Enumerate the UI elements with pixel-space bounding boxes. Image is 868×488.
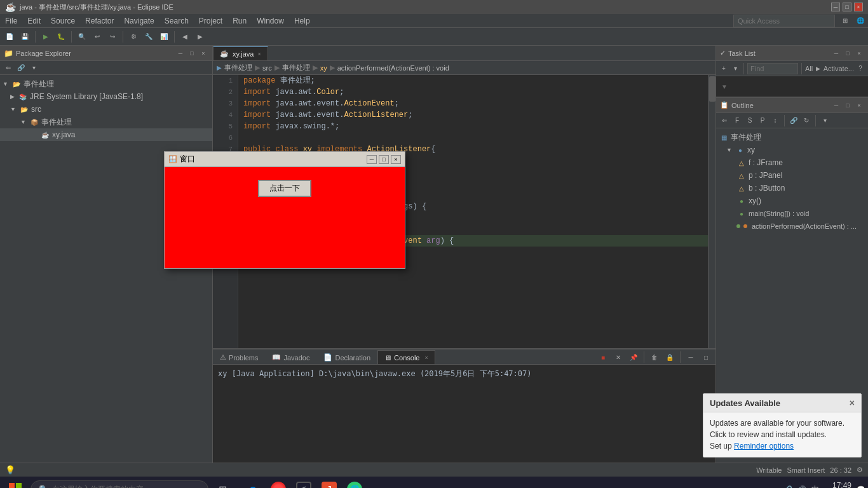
save-btn[interactable]: 💾 [18, 30, 32, 44]
taskbar-edge-app[interactable]: e [241, 478, 264, 488]
click-button[interactable]: 点击一下 [258, 180, 311, 197]
float-restore-btn[interactable]: □ [379, 155, 389, 164]
outline-link-btn[interactable]: 🔗 [788, 115, 799, 126]
start-button[interactable] [3, 478, 28, 488]
pkg-minimize-btn[interactable]: ─ [175, 48, 186, 58]
outline-item-f[interactable]: △ f : JFrame [716, 156, 868, 169]
tool1-btn[interactable]: ⚙ [126, 30, 140, 44]
search-btn[interactable]: 🔍 [75, 30, 89, 44]
forward-btn[interactable]: ▶ [193, 30, 207, 44]
bottom-content[interactable]: xy [Java Application] D:\java\bin\javaw.… [213, 365, 715, 463]
task-close-btn[interactable]: × [854, 48, 864, 58]
tree-item-jre[interactable]: ▶ 📚 JRE System Library [JavaSE-1.8] [0, 90, 212, 103]
menu-run[interactable]: Run [227, 14, 252, 28]
eclipse-logo-btn[interactable]: 🌐 [853, 14, 868, 28]
menu-navigate[interactable]: Navigate [119, 14, 159, 28]
outline-sync-btn[interactable]: ↻ [801, 115, 812, 126]
outline-item-main[interactable]: ● main(String[]) : void [716, 207, 868, 220]
menu-source[interactable]: Source [46, 14, 80, 28]
pkg-view-menu-btn[interactable]: ▾ [28, 62, 39, 74]
outline-item-p[interactable]: △ p : JPanel [716, 169, 868, 182]
task-maximize-btn[interactable]: □ [843, 48, 853, 58]
task-all-label[interactable]: All [805, 65, 813, 72]
tool2-btn[interactable]: 🔧 [142, 30, 156, 44]
quick-access-input[interactable] [733, 15, 835, 27]
tool3-btn[interactable]: 📊 [157, 30, 171, 44]
task-info-btn[interactable]: ? [855, 62, 865, 76]
outline-sort-btn[interactable]: ↕ [770, 115, 781, 126]
notification-icon[interactable]: 💬 [857, 485, 865, 489]
close-btn[interactable]: × [854, 3, 863, 11]
task-activate-label[interactable]: Activate... [824, 65, 854, 72]
tree-item-project[interactable]: ▼ 📂 事件处理 [0, 78, 212, 90]
undo-btn[interactable]: ↩ [90, 30, 104, 44]
bc-src[interactable]: src [262, 64, 272, 72]
outline-close-btn[interactable]: × [854, 100, 864, 111]
bc-method[interactable]: actionPerformed(ActionEvent) : void [337, 64, 449, 72]
taskview-btn[interactable]: ⊞ [211, 478, 234, 488]
collapse-all-btn[interactable]: ⇐ [3, 62, 14, 74]
problems-tab[interactable]: ⚠ Problems [213, 350, 265, 364]
menu-edit[interactable]: Edit [22, 14, 46, 28]
outline-hide-nonpub-btn[interactable]: P [757, 115, 768, 126]
menu-search[interactable]: Search [159, 14, 194, 28]
debug-btn[interactable]: 🐛 [54, 30, 68, 44]
bc-package[interactable]: 事件处理 [282, 63, 310, 72]
outline-collapse-btn[interactable]: ⇐ [719, 115, 730, 126]
tree-item-package[interactable]: ▼ 📦 事件处理 [0, 116, 212, 128]
menu-file[interactable]: File [0, 14, 22, 28]
console-scroll-lock-btn[interactable]: 🔒 [663, 350, 677, 364]
back-btn[interactable]: ◀ [178, 30, 192, 44]
editor-scrollbar[interactable] [708, 75, 715, 348]
restore-btn[interactable]: □ [843, 3, 851, 11]
editor-tab-xy[interactable]: ☕ xy.java × [213, 46, 268, 60]
perspective-btn[interactable]: ⊞ [837, 14, 853, 28]
javadoc-tab[interactable]: 📖 Javadoc [265, 350, 316, 364]
pkg-maximize-btn[interactable]: □ [187, 48, 197, 58]
outline-menu-btn[interactable]: ▾ [819, 115, 831, 126]
taskbar-dark-app[interactable]: ☕ [292, 478, 315, 488]
xy-tab-close-icon[interactable]: × [257, 51, 261, 57]
menu-refactor[interactable]: Refactor [80, 14, 119, 28]
bc-project[interactable]: 事件处理 [224, 63, 252, 72]
menu-window[interactable]: Window [252, 14, 289, 28]
outline-minimize-btn[interactable]: ─ [831, 100, 841, 111]
console-remove-btn[interactable]: ✕ [611, 350, 625, 364]
tree-item-src[interactable]: ▼ 📂 src [0, 103, 212, 116]
stop-btn[interactable]: ■ [596, 350, 610, 364]
console-pin-btn[interactable]: 📌 [627, 350, 641, 364]
task-dropdown[interactable]: ▼ [719, 79, 865, 94]
bc-class[interactable]: xy [320, 64, 327, 72]
task-all-arrow[interactable]: ▶ [814, 62, 822, 76]
outline-hide-static-btn[interactable]: S [744, 115, 756, 126]
outline-maximize-btn[interactable]: □ [843, 100, 853, 111]
console-close-icon[interactable]: × [424, 355, 428, 361]
declaration-tab[interactable]: 📄 Declaration [316, 350, 377, 364]
clock[interactable]: 17:49 2019/5/6 [824, 481, 851, 488]
outline-item-b[interactable]: △ b : JButton [716, 182, 868, 194]
taskbar-search-box[interactable]: 🔍 在这里输入你要搜索的内容 [31, 480, 208, 488]
console-clear-btn[interactable]: 🗑 [648, 350, 661, 364]
float-close-btn[interactable]: × [391, 155, 401, 164]
task-add-btn[interactable]: + [719, 63, 729, 74]
run-btn[interactable]: ▶ [39, 30, 53, 44]
console-maximize-btn[interactable]: □ [699, 350, 713, 364]
link-with-editor-btn[interactable]: 🔗 [15, 62, 27, 74]
menu-project[interactable]: Project [194, 14, 227, 28]
outline-item-actionperformed[interactable]: actionPerformed(ActionEvent) : ... [716, 220, 868, 233]
new-btn[interactable]: 📄 [3, 30, 17, 44]
reminder-options-link[interactable]: Reminder options [734, 442, 794, 451]
outline-item-constructor[interactable]: ● xy() [716, 194, 868, 207]
outline-hide-fields-btn[interactable]: F [731, 115, 743, 126]
minimize-btn[interactable]: ─ [831, 3, 840, 11]
redo-btn[interactable]: ↪ [105, 30, 119, 44]
console-minimize-btn[interactable]: ─ [684, 350, 698, 364]
config-icon[interactable]: ⚙ [857, 466, 863, 474]
task-minimize-btn[interactable]: ─ [831, 48, 841, 58]
taskbar-green-app[interactable]: 🌐 [343, 478, 366, 488]
outline-item-class[interactable]: ▼ ● xy [716, 144, 868, 156]
console-tab[interactable]: 🖥 Console × [377, 350, 435, 364]
tree-item-xyjava[interactable]: ☕ xy.java [0, 128, 212, 141]
menu-help[interactable]: Help [289, 14, 315, 28]
task-find-input[interactable] [747, 63, 798, 74]
